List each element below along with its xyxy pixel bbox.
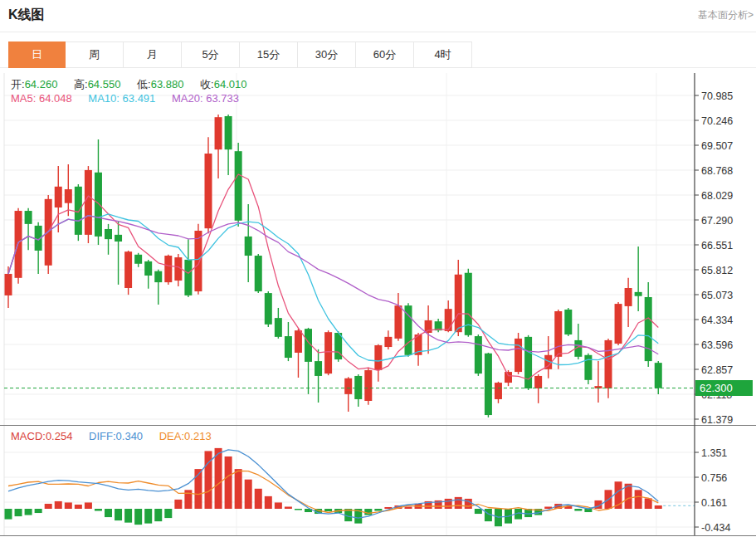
tab-60min[interactable]: 60分 [356, 42, 414, 67]
current-price-badge: 62.300 [695, 380, 753, 396]
tab-week[interactable]: 周 [66, 42, 124, 67]
header-divider [0, 32, 756, 32]
macd-readout: MACD:0.254 DIFF:0.340 DEA:0.213 [11, 430, 212, 442]
ma20-value: MA20: 63.733 [172, 92, 239, 105]
page-header: K线图 基本面分析> [0, 0, 756, 32]
svg-text:67.290: 67.290 [701, 215, 733, 227]
svg-text:62.857: 62.857 [701, 364, 733, 376]
macd-value: MACD:0.254 [11, 430, 72, 442]
close-value: 64.010 [214, 78, 247, 90]
low-value: 63.880 [151, 78, 184, 90]
ma10-value: MA10: 63.491 [88, 92, 155, 105]
low-label: 低: [137, 78, 151, 90]
high-label: 高: [74, 78, 88, 90]
svg-text:65.812: 65.812 [701, 265, 733, 276]
svg-text:0.756: 0.756 [701, 472, 727, 484]
tab-month[interactable]: 月 [124, 42, 182, 67]
fundamental-analysis-link[interactable]: 基本面分析> [698, 8, 754, 22]
svg-text:68.029: 68.029 [701, 190, 733, 202]
svg-text:70.985: 70.985 [701, 90, 733, 102]
timeframe-tabs: 日 周 月 5分 15分 30分 60分 4时 [8, 41, 472, 68]
page-title: K线图 [8, 7, 45, 24]
dea-value: DEA:0.213 [159, 430, 212, 442]
svg-text:68.768: 68.768 [701, 165, 733, 177]
svg-text:69.507: 69.507 [701, 140, 733, 152]
svg-text:0.161: 0.161 [701, 497, 727, 509]
svg-text:65.073: 65.073 [701, 290, 733, 301]
svg-text:63.596: 63.596 [701, 339, 733, 351]
svg-text:61.379: 61.379 [701, 414, 733, 426]
tab-15min[interactable]: 15分 [240, 42, 298, 67]
ohlc-readout: 开:64.260 高:64.550 低:63.880 收:64.010 [11, 77, 260, 92]
open-value: 64.260 [25, 78, 58, 90]
ma5-value: MA5: 64.048 [11, 92, 72, 105]
tab-5min[interactable]: 5分 [182, 42, 240, 67]
tab-4hour[interactable]: 4时 [414, 42, 471, 67]
diff-value: DIFF:0.340 [89, 430, 143, 442]
svg-text:70.246: 70.246 [701, 115, 733, 127]
svg-text:-0.434: -0.434 [701, 522, 730, 534]
svg-text:66.551: 66.551 [701, 240, 733, 251]
open-label: 开: [11, 78, 25, 90]
svg-text:1.351: 1.351 [701, 447, 727, 459]
ma-readout: MA5: 64.048 MA10: 63.491 MA20: 63.733 [11, 92, 239, 105]
tab-30min[interactable]: 30分 [298, 42, 356, 67]
high-value: 64.550 [88, 78, 121, 90]
tab-day[interactable]: 日 [8, 41, 66, 68]
close-label: 收: [200, 78, 214, 90]
svg-text:64.334: 64.334 [701, 315, 733, 326]
